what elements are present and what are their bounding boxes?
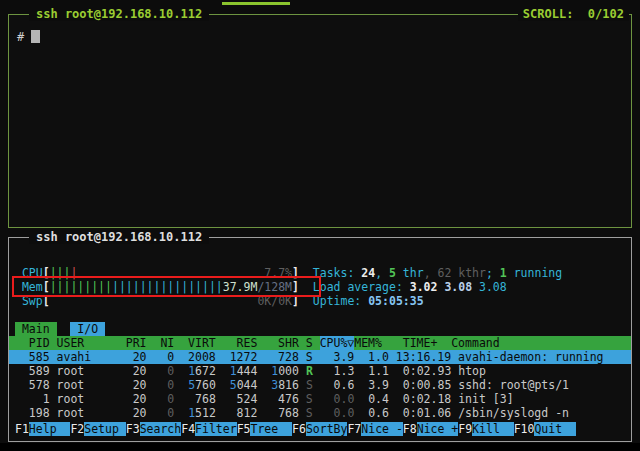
process-init: 0.4 0:02.18 init [3] <box>354 392 513 406</box>
fkey-f3: F3 <box>126 422 140 436</box>
text-segment: ; <box>486 266 500 280</box>
column-headers[interactable]: MEM% TIME+ Command <box>354 336 499 350</box>
nice-minus-button[interactable]: Nice - <box>361 422 403 436</box>
load-average-label: Load average: <box>313 280 410 294</box>
terminal-multiplexer-screen: ssh root@192.168.10.112 SCROLL: 0/102 # … <box>0 0 640 443</box>
text-segment: 578 root 20 <box>15 378 153 392</box>
top-pane[interactable]: ssh root@192.168.10.112 SCROLL: 0/102 # <box>8 14 632 228</box>
load-avg-5min: 3.08 <box>444 280 472 294</box>
text-segment <box>57 322 71 336</box>
text-segment: 816 <box>278 378 306 392</box>
fkey-f7: F7 <box>347 422 361 436</box>
text-segment: thr <box>396 266 424 280</box>
function-key-bar: F1Help F2Setup F3SearchF4FilterF5Tree F6… <box>9 422 631 436</box>
setup-button[interactable]: Setup <box>84 422 126 436</box>
text-segment <box>174 378 188 392</box>
text-segment: 0 <box>153 378 174 392</box>
text-cursor <box>31 30 40 43</box>
text-segment <box>313 406 320 420</box>
top-accent-line <box>222 2 290 5</box>
screen-tabs-row: Main I/O <box>9 322 631 336</box>
text-segment: 768 524 476 <box>174 392 306 406</box>
fkey-f9: F9 <box>458 422 472 436</box>
text-segment: , <box>424 266 438 280</box>
htop-output: CPU[|||| 7.7%] Tasks: 24, 5 thr, 62 kthr… <box>9 238 631 441</box>
text-segment: 5 <box>230 378 237 392</box>
text-segment: 672 <box>195 364 230 378</box>
state-sleeping: S <box>306 392 313 406</box>
table-header-row: PID USER PRI NI VIRT RES SHR S CPU%▽MEM%… <box>9 336 631 350</box>
running-count: 1 <box>500 266 507 280</box>
text-segment <box>313 392 320 406</box>
process-sshd: 0.6 3.9 0:00.85 sshd: root@pts/1 <box>313 378 569 392</box>
filter-button[interactable]: Filter <box>195 422 237 436</box>
column-headers[interactable]: PID USER PRI NI VIRT RES SHR S <box>15 336 320 350</box>
text-segment <box>174 406 188 420</box>
sort-column-cpu[interactable]: CPU%▽ <box>320 336 355 350</box>
text-segment: 0 <box>153 392 174 406</box>
prompt-symbol: # <box>17 30 31 44</box>
tab-io[interactable]: I/O <box>70 322 105 336</box>
text-segment: 444 <box>237 364 272 378</box>
shell-prompt-line[interactable]: # <box>17 29 40 45</box>
text-segment: 000 <box>278 364 306 378</box>
uptime-label: Uptime: <box>313 294 368 308</box>
uptime-value: 05:05:35 <box>368 294 423 308</box>
process-row[interactable]: 589 root 20 0 1672 1444 1000 R 1.3 1.1 0… <box>9 364 631 378</box>
text-segment: 0.0 <box>320 406 355 420</box>
state-sleeping: S <box>306 378 313 392</box>
text-segment <box>472 280 479 294</box>
text-segment: running <box>507 266 562 280</box>
text-segment: 760 <box>195 378 230 392</box>
help-button[interactable]: Help <box>29 422 71 436</box>
nice-plus-button[interactable]: Nice + <box>417 422 459 436</box>
process-row-selected[interactable]: 585 avahi 20 0 2008 1272 728 S 3.9 1.0 1… <box>9 350 631 364</box>
fkey-f8: F8 <box>403 422 417 436</box>
text-segment: 1 root 20 <box>15 392 153 406</box>
text-segment: 0 <box>153 364 174 378</box>
text-segment <box>174 364 188 378</box>
scroll-indicator: SCROLL: 0/102 <box>518 7 629 21</box>
top-pane-title: ssh root@192.168.10.112 <box>29 7 209 21</box>
load-avg-1min: 3.02 <box>410 280 438 294</box>
text-segment: 044 <box>237 378 272 392</box>
bottom-pane[interactable]: ssh root@192.168.10.112 CPU[|||| 7.7%] T… <box>8 237 632 442</box>
tab-main[interactable]: Main <box>15 322 57 336</box>
load-avg-15min: 3.08 <box>479 280 507 294</box>
fkey-f10: F10 <box>514 422 535 436</box>
text-segment: , <box>375 266 389 280</box>
process-row[interactable]: 578 root 20 0 5760 5044 3816 S 0.6 3.9 0… <box>9 378 631 392</box>
quit-button[interactable]: Quit <box>534 422 576 436</box>
text-segment: 0.0 <box>320 392 355 406</box>
process-row[interactable]: 198 root 20 0 1512 812 768 S 0.0 0.6 0:0… <box>9 406 631 420</box>
fkey-f5: F5 <box>237 422 251 436</box>
fkey-f4: F4 <box>181 422 195 436</box>
kill-button[interactable]: Kill <box>472 422 514 436</box>
tree-button[interactable]: Tree <box>250 422 292 436</box>
text-segment: 0 <box>153 406 174 420</box>
process-avahi: 585 avahi 20 0 2008 1272 728 S 3.9 1.0 1… <box>15 350 604 364</box>
text-segment: 589 root 20 <box>15 364 153 378</box>
mem-annotation-box <box>12 276 321 297</box>
tasks-count: 24 <box>361 266 375 280</box>
text-segment: 198 root 20 <box>15 406 153 420</box>
kernel-threads-count: 62 kthr <box>438 266 486 280</box>
text-segment: 1 <box>230 364 237 378</box>
fkey-f2: F2 <box>70 422 84 436</box>
threads-count: 5 <box>389 266 396 280</box>
fkey-f6: F6 <box>292 422 306 436</box>
process-syslogd: 0.6 0:01.06 /sbin/syslogd -n <box>354 406 569 420</box>
state-running: R <box>306 364 313 378</box>
text-segment: 512 812 768 <box>195 406 306 420</box>
process-htop: 1.3 1.1 0:02.93 htop <box>313 364 486 378</box>
fkey-f1: F1 <box>15 422 29 436</box>
search-button[interactable]: Search <box>140 422 182 436</box>
sortby-button[interactable]: SortBy <box>306 422 348 436</box>
state-sleeping: S <box>306 406 313 420</box>
process-row[interactable]: 1 root 20 0 768 524 476 S 0.0 0.4 0:02.1… <box>9 392 631 406</box>
